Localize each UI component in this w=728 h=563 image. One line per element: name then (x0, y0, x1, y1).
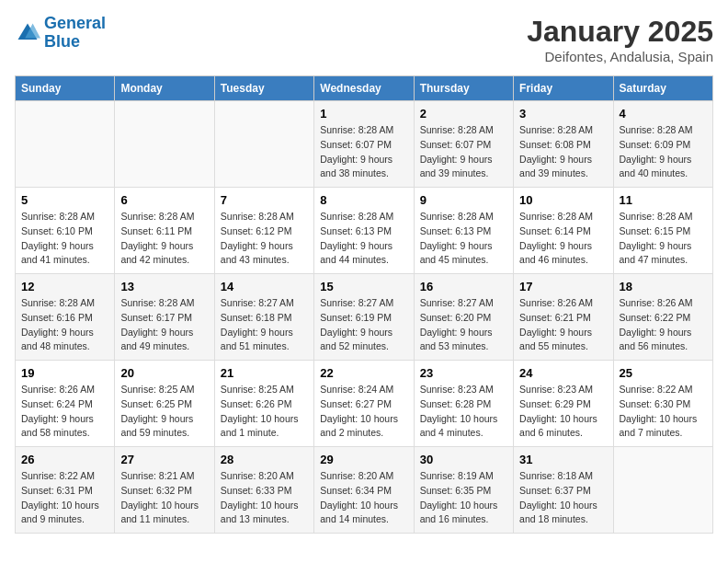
calendar-cell: 19Sunrise: 8:26 AM Sunset: 6:24 PM Dayli… (16, 361, 115, 447)
calendar-cell: 23Sunrise: 8:23 AM Sunset: 6:28 PM Dayli… (414, 361, 513, 447)
header-cell-tuesday: Tuesday (214, 76, 313, 101)
day-info: Sunrise: 8:28 AM Sunset: 6:11 PM Dayligh… (120, 210, 208, 268)
day-info: Sunrise: 8:25 AM Sunset: 6:25 PM Dayligh… (120, 383, 208, 441)
day-info: Sunrise: 8:28 AM Sunset: 6:13 PM Dayligh… (320, 210, 407, 268)
title-block: January 2025 Deifontes, Andalusia, Spain (527, 15, 713, 64)
calendar-cell: 15Sunrise: 8:27 AM Sunset: 6:19 PM Dayli… (314, 274, 414, 361)
day-number: 23 (420, 366, 507, 380)
day-info: Sunrise: 8:28 AM Sunset: 6:12 PM Dayligh… (221, 210, 308, 268)
header-cell-wednesday: Wednesday (314, 76, 414, 101)
calendar-cell: 26Sunrise: 8:22 AM Sunset: 6:31 PM Dayli… (16, 447, 115, 534)
day-number: 12 (21, 280, 108, 293)
day-info: Sunrise: 8:25 AM Sunset: 6:26 PM Dayligh… (221, 383, 308, 441)
calendar-cell: 3Sunrise: 8:28 AM Sunset: 6:08 PM Daylig… (514, 101, 613, 188)
calendar-week-4: 19Sunrise: 8:26 AM Sunset: 6:24 PM Dayli… (16, 361, 713, 447)
calendar-cell: 6Sunrise: 8:28 AM Sunset: 6:11 PM Daylig… (115, 188, 214, 274)
day-number: 14 (221, 280, 308, 293)
day-number: 15 (320, 280, 407, 293)
day-number: 18 (620, 280, 707, 293)
logo-line2: Blue (44, 32, 80, 51)
logo-line1: General (44, 14, 106, 32)
day-info: Sunrise: 8:28 AM Sunset: 6:08 PM Dayligh… (519, 123, 607, 181)
header-cell-thursday: Thursday (414, 76, 513, 101)
day-number: 20 (120, 366, 208, 380)
calendar-cell: 2Sunrise: 8:28 AM Sunset: 6:07 PM Daylig… (414, 101, 513, 188)
day-info: Sunrise: 8:28 AM Sunset: 6:14 PM Dayligh… (519, 210, 607, 268)
day-info: Sunrise: 8:28 AM Sunset: 6:16 PM Dayligh… (21, 296, 108, 354)
day-info: Sunrise: 8:23 AM Sunset: 6:29 PM Dayligh… (519, 383, 607, 441)
calendar-cell: 13Sunrise: 8:28 AM Sunset: 6:17 PM Dayli… (115, 274, 214, 361)
day-info: Sunrise: 8:19 AM Sunset: 6:35 PM Dayligh… (420, 469, 507, 527)
calendar-cell (115, 101, 214, 188)
day-info: Sunrise: 8:23 AM Sunset: 6:28 PM Dayligh… (420, 383, 507, 441)
day-info: Sunrise: 8:28 AM Sunset: 6:13 PM Dayligh… (420, 210, 507, 268)
header-cell-monday: Monday (115, 76, 214, 101)
day-info: Sunrise: 8:27 AM Sunset: 6:19 PM Dayligh… (320, 296, 407, 354)
calendar-cell: 14Sunrise: 8:27 AM Sunset: 6:18 PM Dayli… (214, 274, 313, 361)
calendar-week-3: 12Sunrise: 8:28 AM Sunset: 6:16 PM Dayli… (16, 274, 713, 361)
calendar-cell: 20Sunrise: 8:25 AM Sunset: 6:25 PM Dayli… (115, 361, 214, 447)
calendar-cell: 30Sunrise: 8:19 AM Sunset: 6:35 PM Dayli… (414, 447, 513, 534)
header-row: SundayMondayTuesdayWednesdayThursdayFrid… (16, 76, 713, 101)
day-number: 25 (620, 366, 707, 380)
day-info: Sunrise: 8:21 AM Sunset: 6:32 PM Dayligh… (120, 469, 208, 527)
header-cell-saturday: Saturday (613, 76, 712, 101)
logo: General Blue (15, 15, 106, 52)
day-number: 21 (221, 366, 308, 380)
calendar-body: 1Sunrise: 8:28 AM Sunset: 6:07 PM Daylig… (16, 101, 713, 534)
day-info: Sunrise: 8:24 AM Sunset: 6:27 PM Dayligh… (320, 383, 407, 441)
day-number: 26 (21, 453, 108, 466)
calendar-week-1: 1Sunrise: 8:28 AM Sunset: 6:07 PM Daylig… (16, 101, 713, 188)
subtitle: Deifontes, Andalusia, Spain (527, 49, 713, 64)
calendar-week-2: 5Sunrise: 8:28 AM Sunset: 6:10 PM Daylig… (16, 188, 713, 274)
header-cell-sunday: Sunday (16, 76, 115, 101)
calendar-cell: 11Sunrise: 8:28 AM Sunset: 6:15 PM Dayli… (613, 188, 712, 274)
calendar-cell: 21Sunrise: 8:25 AM Sunset: 6:26 PM Dayli… (214, 361, 313, 447)
day-number: 7 (221, 193, 308, 207)
calendar-cell: 4Sunrise: 8:28 AM Sunset: 6:09 PM Daylig… (613, 101, 712, 188)
day-number: 8 (320, 193, 407, 207)
day-info: Sunrise: 8:18 AM Sunset: 6:37 PM Dayligh… (519, 469, 607, 527)
day-info: Sunrise: 8:28 AM Sunset: 6:07 PM Dayligh… (320, 123, 407, 181)
day-info: Sunrise: 8:26 AM Sunset: 6:22 PM Dayligh… (620, 296, 707, 354)
calendar-cell: 18Sunrise: 8:26 AM Sunset: 6:22 PM Dayli… (613, 274, 712, 361)
day-number: 11 (620, 193, 707, 207)
day-number: 9 (420, 193, 507, 207)
day-number: 30 (420, 453, 507, 466)
calendar-cell: 8Sunrise: 8:28 AM Sunset: 6:13 PM Daylig… (314, 188, 414, 274)
main-title: January 2025 (527, 15, 713, 49)
day-info: Sunrise: 8:27 AM Sunset: 6:18 PM Dayligh… (221, 296, 308, 354)
day-number: 19 (21, 366, 108, 380)
calendar-table: SundayMondayTuesdayWednesdayThursdayFrid… (15, 75, 713, 534)
calendar-cell: 22Sunrise: 8:24 AM Sunset: 6:27 PM Dayli… (314, 361, 414, 447)
day-number: 28 (221, 453, 308, 466)
day-number: 6 (120, 193, 208, 207)
calendar-week-5: 26Sunrise: 8:22 AM Sunset: 6:31 PM Dayli… (16, 447, 713, 534)
calendar-cell: 16Sunrise: 8:27 AM Sunset: 6:20 PM Dayli… (414, 274, 513, 361)
day-number: 13 (120, 280, 208, 293)
day-info: Sunrise: 8:27 AM Sunset: 6:20 PM Dayligh… (420, 296, 507, 354)
day-number: 24 (519, 366, 607, 380)
day-info: Sunrise: 8:20 AM Sunset: 6:34 PM Dayligh… (320, 469, 407, 527)
logo-icon (15, 20, 40, 46)
day-info: Sunrise: 8:28 AM Sunset: 6:17 PM Dayligh… (120, 296, 208, 354)
header-cell-friday: Friday (514, 76, 613, 101)
day-info: Sunrise: 8:22 AM Sunset: 6:30 PM Dayligh… (620, 383, 707, 441)
day-info: Sunrise: 8:28 AM Sunset: 6:07 PM Dayligh… (420, 123, 507, 181)
day-number: 31 (519, 453, 607, 466)
calendar-cell: 28Sunrise: 8:20 AM Sunset: 6:33 PM Dayli… (214, 447, 313, 534)
day-info: Sunrise: 8:22 AM Sunset: 6:31 PM Dayligh… (21, 469, 108, 527)
calendar-cell: 7Sunrise: 8:28 AM Sunset: 6:12 PM Daylig… (214, 188, 313, 274)
calendar-cell: 10Sunrise: 8:28 AM Sunset: 6:14 PM Dayli… (514, 188, 613, 274)
calendar-cell: 25Sunrise: 8:22 AM Sunset: 6:30 PM Dayli… (613, 361, 712, 447)
day-number: 4 (620, 107, 707, 121)
day-number: 10 (519, 193, 607, 207)
calendar-cell: 1Sunrise: 8:28 AM Sunset: 6:07 PM Daylig… (314, 101, 414, 188)
calendar-cell: 12Sunrise: 8:28 AM Sunset: 6:16 PM Dayli… (16, 274, 115, 361)
calendar-header: SundayMondayTuesdayWednesdayThursdayFrid… (16, 76, 713, 101)
day-number: 17 (519, 280, 607, 293)
calendar-cell (214, 101, 313, 188)
logo-text: General Blue (44, 15, 106, 52)
calendar-cell (613, 447, 712, 534)
day-info: Sunrise: 8:28 AM Sunset: 6:15 PM Dayligh… (620, 210, 707, 268)
